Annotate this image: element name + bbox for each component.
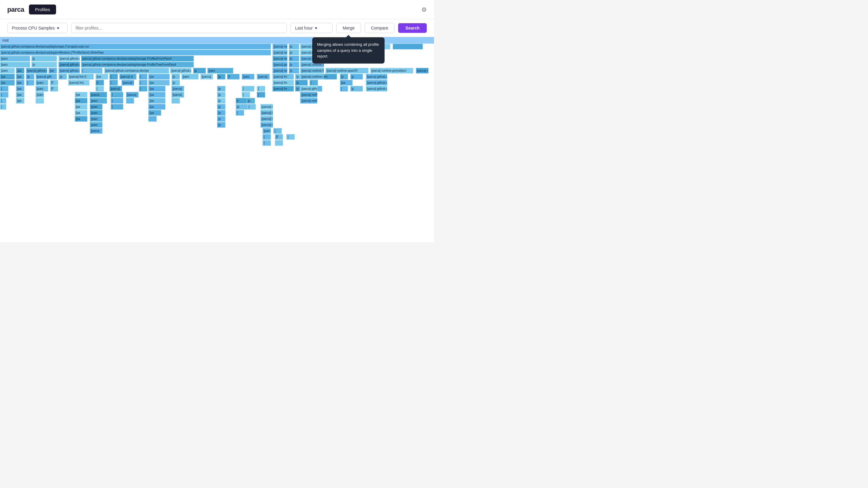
flame-bar[interactable]: [parc <box>90 116 102 122</box>
flame-bar[interactable]: [parca] runtime.scanobject <box>300 62 324 67</box>
flame-bar[interactable]: [ <box>242 86 254 92</box>
flame-bar[interactable]: [pa <box>148 98 165 104</box>
flame-bar[interactable]: [p <box>26 74 34 79</box>
flame-bar[interactable]: [pa <box>16 86 24 92</box>
flame-bar[interactable]: [p <box>247 98 255 104</box>
flame-bar[interactable]: [pa <box>148 92 165 98</box>
flame-bar[interactable]: [parca] github.com/parca- <box>59 56 80 61</box>
flame-bar[interactable]: [p <box>350 86 363 92</box>
flame-bar[interactable]: [parca] github.co <box>366 74 387 79</box>
flame-bar[interactable]: [parc <box>90 110 102 116</box>
flame-bar[interactable]: [parca <box>90 92 107 98</box>
flame-bar[interactable]: [p <box>289 56 299 61</box>
flame-bar[interactable]: [p <box>193 68 206 73</box>
flame-bar[interactable]: [pa <box>75 110 87 116</box>
flame-bar[interactable]: [parc <box>0 68 15 73</box>
flame-bar[interactable]: [parca] github.com/parca-dev/pa <box>104 68 169 73</box>
flame-bar[interactable]: [pa <box>16 80 24 86</box>
profiles-button[interactable]: Profiles <box>29 4 56 14</box>
flame-bar[interactable]: [parc <box>181 74 198 79</box>
flame-bar[interactable]: [parca] fm <box>273 80 294 86</box>
flame-bar[interactable]: [parca] net/http.s <box>273 50 287 56</box>
flame-bar[interactable]: [parc <box>36 92 44 98</box>
flame-bar[interactable]: [ <box>262 140 271 146</box>
flame-bar[interactable]: [parc <box>207 68 233 73</box>
flame-bar[interactable]: [ <box>110 80 118 86</box>
flamegraph-root[interactable]: root <box>0 37 434 44</box>
flame-bar[interactable]: [parca] fmt. <box>68 80 90 86</box>
flame-bar[interactable]: [parca] <box>200 74 213 79</box>
flame-bar[interactable]: [ <box>257 86 265 92</box>
flame-bar[interactable]: [p <box>289 62 299 67</box>
profile-type-dropdown[interactable]: Process CPU Samples ▾ <box>7 23 67 33</box>
flame-bar[interactable]: [p <box>172 74 180 79</box>
flame-bar[interactable]: [F <box>275 134 283 140</box>
flame-bar[interactable]: [p <box>217 86 225 92</box>
flame-bar[interactable]: [ <box>139 74 147 79</box>
flame-bar[interactable]: [parca <box>262 128 271 134</box>
flame-bar[interactable]: [pa <box>16 74 24 79</box>
flame-bar[interactable]: [parca] github.com/parca-dev/parca <box>59 68 80 73</box>
flame-bar[interactable]: [parca] gith <box>36 74 57 79</box>
flame-bar[interactable]: [parca] runtime.m: <box>300 74 324 79</box>
flame-bar[interactable]: [ <box>96 86 104 92</box>
flame-bar[interactable]: [parca] github.com/parca-dev/parca/pkg/s… <box>81 62 193 67</box>
flame-bar[interactable]: [parca] runtime.gcBgMarkWorker.func2 <box>300 50 324 56</box>
filter-input[interactable] <box>71 23 287 33</box>
merge-button[interactable]: Merge <box>336 23 361 33</box>
flame-bar[interactable]: [parc <box>90 122 102 128</box>
flame-bar[interactable]: [p <box>217 110 225 116</box>
flame-bar[interactable]: [ <box>111 92 123 98</box>
flame-bar[interactable]: [pa <box>148 74 170 79</box>
flame-bar[interactable]: [parca] fm <box>273 74 294 79</box>
flame-bar[interactable]: [F <box>50 80 59 86</box>
flame-bar[interactable]: [p <box>289 68 299 73</box>
flame-bar[interactable]: [parca] <box>110 86 122 92</box>
flame-bar[interactable]: [ <box>26 80 34 86</box>
flame-bar[interactable]: [parca] run <box>300 44 324 50</box>
flame-bar[interactable] <box>172 98 180 104</box>
flame-bar[interactable]: [ <box>0 104 6 110</box>
flame-bar[interactable]: [parca] github.com/parca-dev/parca/pkg/p… <box>0 50 271 56</box>
flame-bar[interactable]: [pa <box>75 98 87 104</box>
flame-bar[interactable]: [parca] github.com/parca-dev/parca/pkg/s… <box>81 56 193 61</box>
flame-bar[interactable]: [ <box>0 98 6 104</box>
flame-bar[interactable]: [parc <box>90 104 102 110</box>
flame-bar[interactable]: [pa <box>75 92 87 98</box>
flame-bar[interactable]: [parca] runtime.gcDrain <box>300 56 324 61</box>
flame-bar[interactable]: [pa <box>148 86 165 92</box>
time-range-dropdown[interactable]: Last hour ▾ <box>290 23 333 33</box>
flame-bar[interactable]: [pa <box>16 92 24 98</box>
flame-bar[interactable]: [ <box>81 68 102 73</box>
flame-bar[interactable]: [ <box>110 74 118 79</box>
flame-bar[interactable]: [pa <box>75 104 87 110</box>
flame-bar[interactable]: [pa <box>148 80 170 86</box>
flame-bar[interactable]: [p <box>217 92 225 98</box>
flame-bar[interactable] <box>393 44 423 50</box>
flame-bar[interactable]: [ <box>273 128 282 134</box>
flame-bar[interactable]: [p <box>172 80 180 86</box>
flame-bar[interactable]: [ <box>242 92 250 98</box>
flame-bar[interactable]: [parca] run <box>416 68 429 73</box>
flame-bar[interactable]: [pa <box>0 80 15 86</box>
flame-bar[interactable]: [pa <box>148 104 165 110</box>
flame-bar[interactable]: [pa <box>148 110 161 116</box>
flame-bar[interactable]: [p <box>59 74 67 79</box>
flame-bar[interactable]: [pa <box>96 74 108 79</box>
settings-icon[interactable]: ⚙ <box>421 6 427 13</box>
flame-bar[interactable]: [p <box>217 116 225 122</box>
flame-bar[interactable]: [parca] github.co <box>300 86 317 92</box>
flame-bar[interactable]: [parca] fm <box>273 86 294 92</box>
flame-bar[interactable]: [parca] runtime.systemstack <box>326 44 390 50</box>
flame-bar[interactable]: [p <box>31 56 57 61</box>
flame-bar[interactable]: [r <box>96 80 104 86</box>
flame-bar[interactable] <box>148 116 157 122</box>
flame-bar[interactable]: [parca] github.com/p <box>26 68 47 73</box>
flame-bar[interactable]: [p <box>31 62 57 67</box>
flame-bar[interactable]: [parc <box>36 80 48 86</box>
flame-bar[interactable]: [parca] fmt.S <box>68 74 94 79</box>
flame-bar[interactable]: [parca] <box>126 92 138 98</box>
flame-bar[interactable]: [ <box>286 134 295 140</box>
flame-bar[interactable]: [parc <box>36 86 48 92</box>
flame-bar[interactable]: [p <box>350 74 363 79</box>
